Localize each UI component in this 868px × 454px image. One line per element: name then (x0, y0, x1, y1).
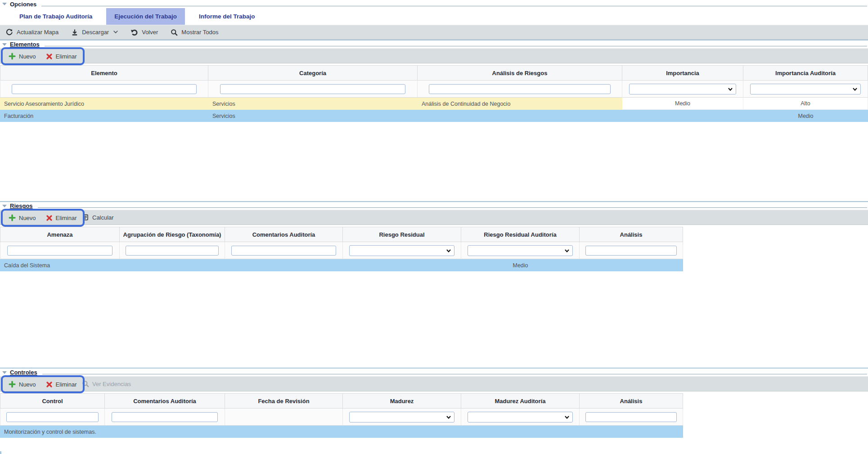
table-row-cell[interactable]: Análisis de Continuidad de Negocio (418, 98, 622, 110)
table-row-cell[interactable] (105, 426, 225, 438)
eliminar-button[interactable]: Eliminar (46, 381, 77, 388)
tab-informe-del-trabajo[interactable]: Informe del Trabajo (191, 8, 263, 25)
controles-title[interactable]: Controles (10, 369, 37, 376)
plus-icon (9, 53, 16, 60)
nuevo-button[interactable]: Nuevo (9, 381, 36, 388)
tab-plan-de-trabajo[interactable]: Plan de Trabajo Auditoría (11, 8, 100, 25)
table-empty-area (0, 438, 868, 451)
categoria-filter-input[interactable] (220, 84, 406, 94)
x-icon (46, 53, 53, 60)
column-header: Comentarios Auditoría (225, 227, 343, 242)
volver-button[interactable]: Volver (130, 28, 158, 36)
filter-cell (418, 81, 622, 98)
riesgo-residual-auditoria-filter-select[interactable] (468, 245, 572, 256)
analisis-filter-input[interactable] (585, 246, 677, 256)
table-row-cell[interactable]: Alto (743, 98, 868, 110)
table-row-cell[interactable] (580, 259, 683, 271)
x-icon (46, 215, 53, 221)
caret-down-icon[interactable] (113, 31, 118, 34)
column-header: Control (0, 393, 105, 409)
eliminar-button[interactable]: Eliminar (46, 215, 77, 221)
actualizar-mapa-button[interactable]: Actualizar Mapa (5, 28, 58, 36)
riesgos-title[interactable]: Riesgos (10, 202, 33, 209)
divider (42, 374, 867, 374)
madurez-filter-select[interactable] (349, 412, 454, 423)
nuevo-button[interactable]: Nuevo (9, 214, 36, 221)
analisis-riesgos-filter-input[interactable] (429, 84, 611, 94)
controles-table: Control Comentarios Auditoría Fecha de R… (0, 393, 683, 438)
table-row-cell[interactable]: Servicio Asesoramiento Jurídico (0, 98, 208, 110)
controles-section: Controles Nuevo Eliminar (0, 368, 868, 451)
column-header: Madurez Auditoría (461, 393, 580, 409)
column-header: Análisis (580, 393, 683, 409)
filter-cell (580, 409, 683, 426)
table-row-cell[interactable] (580, 426, 683, 438)
tab-bar: Plan de Trabajo Auditoría Ejecución del … (0, 8, 868, 25)
riesgo-residual-filter-select[interactable] (349, 245, 454, 256)
comentarios-auditoria-filter-input[interactable] (231, 246, 336, 256)
column-header: Comentarios Auditoría (105, 393, 225, 409)
plus-icon (9, 381, 16, 388)
main-toolbar: Actualizar Mapa Descargar Volver Mostrar… (0, 25, 868, 40)
comentarios-auditoria-filter-input[interactable] (112, 412, 218, 422)
filter-cell (461, 242, 580, 259)
table-row-cell[interactable] (343, 426, 461, 438)
table-row-cell[interactable]: Medio (461, 259, 580, 271)
table-row-cell[interactable]: Medio (622, 98, 743, 110)
filter-cell (580, 242, 683, 259)
importancia-filter-select[interactable] (629, 84, 737, 94)
descargar-button[interactable]: Descargar (71, 29, 118, 36)
elementos-title[interactable]: Elementos (10, 41, 40, 48)
controles-header: Controles (0, 369, 868, 376)
table-row-cell[interactable] (120, 259, 225, 271)
agrupacion-riesgo-filter-input[interactable] (126, 246, 219, 256)
column-header: Elemento (0, 65, 208, 81)
divider (38, 207, 867, 208)
table-row-cell[interactable]: Caída del Sistema (0, 259, 120, 271)
tab-ejecucion-del-trabajo[interactable]: Ejecución del Trabajo (106, 8, 185, 25)
next-section-edge (0, 451, 1, 454)
riesgos-table: Amenaza Agrupación de Riesgo (Taxonomía)… (0, 227, 683, 271)
column-header: Importancia Auditoría (743, 65, 868, 81)
refresh-icon (5, 28, 13, 36)
highlighted-button-group: Nuevo Eliminar (1, 209, 85, 227)
divider (41, 6, 867, 6)
calcular-button[interactable]: Calcular (82, 214, 114, 221)
column-header: Amenaza (0, 227, 120, 242)
analisis-filter-input[interactable] (585, 412, 677, 422)
table-row-cell[interactable] (622, 110, 743, 122)
filter-cell (0, 409, 105, 426)
table-row-cell[interactable]: Monitorización y control de sistemas. (0, 426, 105, 438)
amenaza-filter-input[interactable] (7, 246, 113, 256)
table-row-cell[interactable] (418, 110, 622, 122)
riesgos-section: Riesgos Nuevo Eliminar (0, 201, 868, 368)
column-header: Análisis de Riesgos (418, 65, 622, 81)
table-row-cell[interactable]: Medio (743, 110, 868, 122)
table-row-cell[interactable] (343, 259, 461, 271)
collapse-icon[interactable] (2, 3, 7, 5)
elementos-table: Elemento Categoría Análisis de Riesgos I… (0, 65, 868, 122)
filter-cell (461, 409, 580, 426)
collapse-icon[interactable] (2, 43, 7, 46)
table-row-cell[interactable] (461, 426, 580, 438)
nuevo-button[interactable]: Nuevo (9, 53, 36, 60)
importancia-auditoria-filter-select[interactable] (750, 84, 861, 94)
table-row-cell[interactable] (225, 259, 343, 271)
table-row-cell[interactable]: Servicios (208, 98, 418, 110)
table-row-cell[interactable]: Facturación (0, 110, 208, 122)
ver-evidencias-button[interactable]: Ver Evidencias (82, 380, 131, 387)
collapse-icon[interactable] (2, 205, 7, 207)
control-filter-input[interactable] (6, 412, 99, 422)
table-row-cell[interactable]: Servicios (208, 110, 418, 122)
table-row-cell[interactable] (225, 426, 343, 438)
elemento-filter-input[interactable] (12, 84, 196, 94)
collapse-icon[interactable] (2, 371, 7, 374)
madurez-auditoria-filter-select[interactable] (468, 412, 572, 423)
filter-cell (0, 242, 120, 259)
column-header: Categoría (208, 65, 418, 81)
elementos-header: Elementos (0, 40, 868, 48)
mostrar-todos-button[interactable]: Mostrar Todos (171, 29, 218, 36)
elementos-toolbar: Nuevo Eliminar (0, 48, 868, 63)
eliminar-button[interactable]: Eliminar (46, 53, 77, 60)
filter-cell (208, 81, 418, 98)
